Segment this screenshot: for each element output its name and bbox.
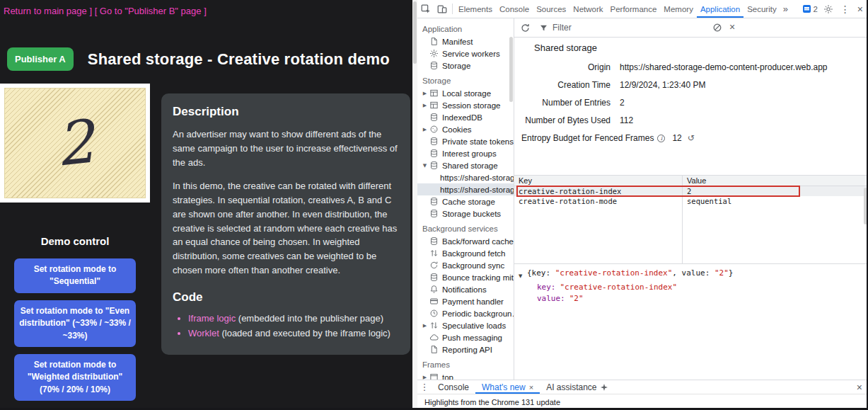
preview-object-row[interactable]: ▼{key: "creative-rotation-index", value:… (519, 268, 868, 282)
sidebar-item-indexeddb[interactable]: IndexedDB (417, 111, 514, 123)
issues-count: 2 (813, 5, 817, 13)
chevron-right-icon[interactable]: ▶ (421, 323, 429, 329)
chevron-right-icon[interactable]: ▶ (421, 103, 429, 108)
drawer-tab-ai-assistance[interactable]: AI assistance (540, 380, 613, 394)
tab-security[interactable]: Security (743, 0, 780, 18)
close-devtools-icon[interactable]: × (854, 4, 867, 15)
tab-application[interactable]: Application (697, 0, 743, 18)
kebab-menu-icon[interactable]: ⋮ (837, 4, 854, 15)
service-worker-icon (429, 49, 439, 59)
set-sequential-button[interactable]: Set rotation mode to "Sequential" (14, 258, 136, 293)
table-scrollbar-thumb[interactable] (864, 188, 867, 224)
sidebar-item-storage[interactable]: Storage (417, 59, 514, 72)
chevron-right-icon[interactable]: ▶ (421, 127, 429, 132)
page-header: Publisher A Shared storage - Creative ro… (7, 47, 412, 71)
info-icon[interactable]: i (657, 135, 665, 142)
bell-icon (429, 285, 439, 295)
database-icon (429, 61, 439, 71)
sidebar-item-top-frame[interactable]: ▶top (417, 371, 514, 380)
drawer-tab-whats-new[interactable]: What's new× (475, 380, 540, 394)
scrollbar-thumb[interactable] (413, 1, 417, 64)
sidebar-item-background-sync[interactable]: Background sync (417, 259, 514, 271)
sidebar-item-push-messaging[interactable]: Push messaging (417, 331, 514, 343)
close-drawer-icon[interactable]: × (851, 380, 868, 394)
more-tabs-icon[interactable]: » (780, 0, 791, 18)
tab-network[interactable]: Network (569, 0, 606, 18)
meta-row-number-of-entries: Number of Entries2 (521, 98, 860, 108)
sidebar-item-cache-storage[interactable]: Cache storage (417, 195, 514, 207)
arrows-up-down-icon (429, 321, 439, 331)
reset-budget-icon[interactable]: ↺ (688, 133, 695, 143)
drawer-tab-label: AI assistance (546, 382, 596, 392)
chevron-down-icon[interactable]: ▼ (519, 268, 527, 282)
sidebar-item-shared-storage[interactable]: ▼Shared storage (417, 159, 514, 171)
tab-memory[interactable]: Memory (660, 0, 697, 18)
column-header-key[interactable]: Key (514, 176, 682, 185)
sidebar-item-bounce-tracking[interactable]: Bounce tracking miti… (417, 271, 514, 283)
sidebar-item-storage-buckets[interactable]: Storage buckets (417, 207, 514, 220)
sidebar-item-reporting-api[interactable]: Reporting API (417, 343, 514, 355)
sidebar-item-back-forward-cache[interactable]: Back/forward cache (417, 235, 514, 247)
sidebar-item-shared-storage-origin[interactable]: https://shared-storage… (417, 171, 514, 183)
sidebar-item-manifest[interactable]: Manifest (417, 35, 514, 47)
worklet-link[interactable]: Worklet (188, 328, 219, 338)
sidebar-section-storage: Storage (417, 72, 514, 87)
filter-control[interactable]: Filter (539, 23, 572, 33)
chevron-right-icon[interactable]: ▶ (421, 375, 429, 380)
sidebar-item-interest-groups[interactable]: Interest groups (417, 147, 514, 159)
devtools-tabbar: Elements Console Sources Network Perform… (417, 0, 868, 18)
block-clear-icon[interactable] (712, 23, 722, 33)
database-icon (429, 161, 439, 171)
table-row[interactable]: creative-rotation-index 2 (514, 186, 868, 196)
sidebar-item-payment-handler[interactable]: Payment handler (417, 295, 514, 307)
drawer-tab-console[interactable]: Console (432, 380, 475, 394)
sidebar-item-periodic-background-sync[interactable]: Periodic backgroun… (417, 307, 514, 319)
chevron-right-icon[interactable]: ▶ (421, 91, 429, 96)
column-header-value[interactable]: Value (682, 176, 868, 185)
sidebar-scrollbar-thumb[interactable] (509, 37, 513, 102)
settings-gear-icon[interactable] (821, 4, 837, 14)
sidebar-item-local-storage[interactable]: ▶Local storage (417, 87, 514, 99)
preview-token: } (729, 268, 734, 279)
cell-key: creative-rotation-index (514, 187, 682, 195)
sidebar-item-service-workers[interactable]: Service workers (417, 47, 514, 59)
inspect-icon[interactable] (417, 0, 434, 18)
chevron-down-icon[interactable]: ▼ (421, 163, 429, 169)
issues-counter[interactable]: 2 (800, 5, 820, 13)
sidebar-item-speculative-loads[interactable]: ▶Speculative loads (417, 319, 514, 331)
drawer-tab-label: What's new (482, 382, 526, 392)
set-even-distribution-button[interactable]: Set rotation mode to "Even distribution"… (14, 300, 136, 347)
property-value: "creative-rotation-index" (560, 282, 678, 293)
list-item-text: (embedded into the publisher page) (236, 313, 383, 324)
sidebar-item-session-storage[interactable]: ▶Session storage (417, 99, 514, 111)
sidebar-item-shared-storage-origin-selected[interactable]: https://shared-storage… (417, 183, 514, 195)
table-row[interactable]: creative-rotation-mode sequential (514, 196, 868, 206)
return-main-page-link[interactable]: Return to main page (4, 6, 87, 16)
sidebar-item-label: Cookies (442, 125, 472, 134)
sidebar-item-notifications[interactable]: Notifications (417, 283, 514, 295)
meta-label: Entropy Budget for Fenced Framesi (521, 133, 665, 143)
refresh-icon[interactable] (520, 23, 531, 33)
database-icon (429, 137, 439, 147)
sidebar-item-cookies[interactable]: ▶Cookies (417, 123, 514, 135)
preview-property-row: key:"creative-rotation-index" (519, 282, 868, 293)
page-scrollbar[interactable] (412, 0, 417, 410)
cell-key: creative-rotation-mode (514, 197, 682, 205)
sidebar-item-private-state-tokens[interactable]: Private state tokens (417, 135, 514, 147)
set-weighted-distribution-button[interactable]: Set rotation mode to "Weighted distribut… (14, 354, 136, 401)
device-toolbar-icon[interactable] (434, 0, 450, 18)
iframe-logic-link[interactable]: Iframe logic (188, 313, 236, 324)
tab-performance[interactable]: Performance (607, 0, 661, 18)
sidebar-item-background-fetch[interactable]: Background fetch (417, 247, 514, 259)
tab-elements[interactable]: Elements (455, 0, 496, 18)
publisher-b-link[interactable]: Go to "Publisher B" page (100, 6, 202, 16)
drawer-kebab-icon[interactable]: ⋮ (417, 380, 432, 394)
tab-console[interactable]: Console (496, 0, 533, 18)
cookie-icon (429, 125, 439, 135)
sidebar-item-label: Service workers (442, 50, 500, 58)
ad-creative-frame[interactable]: 2 (0, 84, 150, 203)
tab-sources[interactable]: Sources (533, 0, 569, 18)
close-icon[interactable]: × (729, 21, 735, 33)
close-tab-icon[interactable]: × (529, 383, 533, 392)
meta-value: 112 (620, 115, 633, 125)
